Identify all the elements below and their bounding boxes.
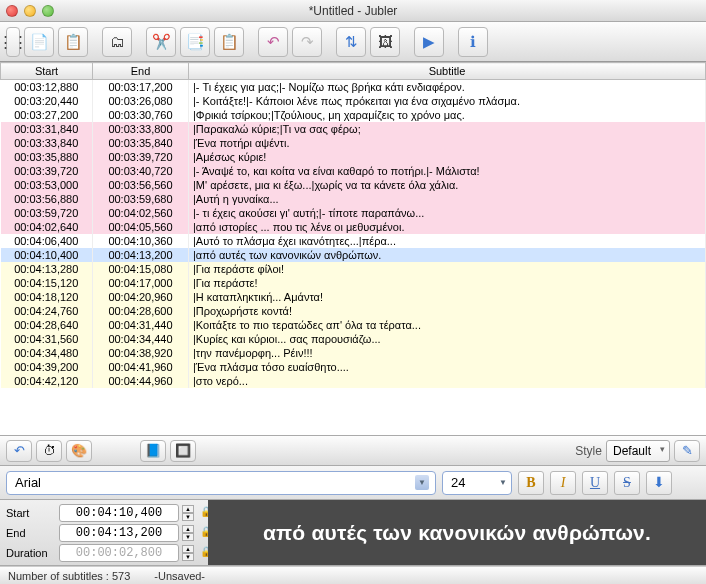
font-family-select[interactable]: Arial [6, 471, 436, 495]
cell-subtitle: |Μ' αρέσετε, μια κι έξω...|χωρίς να τα κ… [189, 178, 706, 192]
new-button[interactable]: 📄 [24, 27, 54, 57]
table-row[interactable]: 00:03:56,88000:03:59,680|Αυτή η γυναίκα.… [1, 192, 706, 206]
cell-start: 00:04:39,200 [1, 360, 93, 374]
table-row[interactable]: 00:03:27,20000:03:30,760|Φρικιά τσίρκου;… [1, 108, 706, 122]
duration-label: Duration [6, 547, 56, 559]
info-button[interactable]: ℹ [458, 27, 488, 57]
grid-button[interactable]: 🔲 [170, 440, 196, 462]
status-count: Number of subtitles : 573 [8, 570, 130, 582]
preview-button[interactable]: 🖼 [370, 27, 400, 57]
cell-start: 00:04:31,560 [1, 332, 93, 346]
cell-start: 00:04:10,400 [1, 248, 93, 262]
table-row[interactable]: 00:04:31,56000:04:34,440|Κυρίες και κύρι… [1, 332, 706, 346]
table-row[interactable]: 00:04:02,64000:04:05,560|από ιστορίες ..… [1, 220, 706, 234]
cell-start: 00:03:59,720 [1, 206, 93, 220]
cell-start: 00:03:12,880 [1, 80, 93, 95]
cell-start: 00:03:35,880 [1, 150, 93, 164]
subtitle-table-wrap[interactable]: Start End Subtitle 00:03:12,88000:03:17,… [0, 62, 706, 436]
paste-button[interactable]: 📋 [214, 27, 244, 57]
strike-button[interactable]: S [614, 471, 640, 495]
play-button[interactable]: ▶ [414, 27, 444, 57]
table-row[interactable]: 00:04:24,76000:04:28,600|Προχωρήστε κοντ… [1, 304, 706, 318]
redo-button[interactable]: ↷ [292, 27, 322, 57]
cell-start: 00:03:33,840 [1, 136, 93, 150]
undo-button[interactable]: ↶ [258, 27, 288, 57]
start-spinner[interactable]: ▲▼ [182, 505, 194, 521]
end-label: End [6, 527, 56, 539]
table-row[interactable]: 00:04:13,28000:04:15,080|Για περάστε φίλ… [1, 262, 706, 276]
cell-subtitle: |Αυτή η γυναίκα... [189, 192, 706, 206]
edit-style-button[interactable]: ✎ [674, 440, 700, 462]
cell-start: 00:03:53,000 [1, 178, 93, 192]
table-row[interactable]: 00:03:31,84000:03:33,800|Παρακαλώ κύριε;… [1, 122, 706, 136]
cell-end: 00:04:41,960 [93, 360, 189, 374]
subtitle-table: Start End Subtitle 00:03:12,88000:03:17,… [0, 62, 706, 388]
sort-button[interactable]: ⇅ [336, 27, 366, 57]
cell-end: 00:03:59,680 [93, 192, 189, 206]
grip-icon: ⋮⋮ [6, 27, 20, 57]
child-button[interactable]: 📋 [58, 27, 88, 57]
start-field[interactable]: 00:04:10,400 [59, 504, 179, 522]
end-spinner[interactable]: ▲▼ [182, 525, 194, 541]
cell-subtitle: |Κοιτάξτε το πιο τερατώδες απ' όλα τα τέ… [189, 318, 706, 332]
col-start[interactable]: Start [1, 63, 93, 80]
cell-start: 00:04:06,400 [1, 234, 93, 248]
back-button[interactable]: ↶ [6, 440, 32, 462]
copy-button[interactable]: 📑 [180, 27, 210, 57]
cell-start: 00:04:42,120 [1, 374, 93, 388]
cell-start: 00:03:20,440 [1, 94, 93, 108]
titlebar: *Untitled - Jubler [0, 0, 706, 22]
table-row[interactable]: 00:04:06,40000:04:10,360|Αυτό το πλάσμα … [1, 234, 706, 248]
table-row[interactable]: 00:04:42,12000:04:44,960|στο νερό... [1, 374, 706, 388]
cell-end: 00:03:26,080 [93, 94, 189, 108]
cell-subtitle: |από ιστορίες ... που τις λένε οι μεθυσμ… [189, 220, 706, 234]
col-end[interactable]: End [93, 63, 189, 80]
table-row[interactable]: 00:04:28,64000:04:31,440|Κοιτάξτε το πιο… [1, 318, 706, 332]
italic-button[interactable]: I [550, 471, 576, 495]
underline-button[interactable]: U [582, 471, 608, 495]
duration-spinner[interactable]: ▲▼ [182, 545, 194, 561]
table-row[interactable]: 00:03:20,44000:03:26,080|- Κοιτάξτε!|- Κ… [1, 94, 706, 108]
cell-end: 00:04:13,200 [93, 248, 189, 262]
table-row[interactable]: 00:04:34,48000:04:38,920|την πανέμορφη..… [1, 346, 706, 360]
cell-end: 00:04:38,920 [93, 346, 189, 360]
bold-button[interactable]: B [518, 471, 544, 495]
table-row[interactable]: 00:03:53,00000:03:56,560|Μ' αρέσετε, μια… [1, 178, 706, 192]
subtitle-preview: από αυτές των κανονικών ανθρώπων. [208, 500, 706, 565]
duration-field[interactable]: 00:00:02,800 [59, 544, 179, 562]
cell-subtitle: |Κυρίες και κύριοι... σας παρουσιάζω... [189, 332, 706, 346]
cell-subtitle: |Παρακαλώ κύριε;|Τι να σας φέρω; [189, 122, 706, 136]
start-label: Start [6, 507, 56, 519]
cell-start: 00:03:39,720 [1, 164, 93, 178]
font-size-select[interactable]: 24 [442, 471, 512, 495]
cell-end: 00:04:02,560 [93, 206, 189, 220]
download-button[interactable]: ⬇ [646, 471, 672, 495]
time-tool-button[interactable]: ⏱ [36, 440, 62, 462]
col-subtitle[interactable]: Subtitle [189, 63, 706, 80]
cell-end: 00:04:28,600 [93, 304, 189, 318]
cell-start: 00:04:34,480 [1, 346, 93, 360]
cell-subtitle: |Ένα πλάσμα τόσο ευαίσθητο.... [189, 360, 706, 374]
cell-start: 00:04:18,120 [1, 290, 93, 304]
palette-button[interactable]: 🎨 [66, 440, 92, 462]
table-row[interactable]: 00:03:33,84000:03:35,840|Ένα ποτήρι αψέν… [1, 136, 706, 150]
table-row[interactable]: 00:03:59,72000:04:02,560|- τι έχεις ακού… [1, 206, 706, 220]
reparent-button[interactable]: 🗂 [102, 27, 132, 57]
status-bar: Number of subtitles : 573 -Unsaved- [0, 566, 706, 584]
table-row[interactable]: 00:03:39,72000:03:40,720|- Άναψέ το, και… [1, 164, 706, 178]
table-row[interactable]: 00:04:18,12000:04:20,960|Η καταπληκτική.… [1, 290, 706, 304]
style-select[interactable]: Default [606, 440, 670, 462]
table-row[interactable]: 00:04:10,40000:04:13,200|από αυτές των κ… [1, 248, 706, 262]
table-row[interactable]: 00:04:15,12000:04:17,000|Για περάστε! [1, 276, 706, 290]
end-field[interactable]: 00:04:13,200 [59, 524, 179, 542]
table-row[interactable]: 00:03:12,88000:03:17,200|- Τι έχεις για … [1, 80, 706, 95]
cell-end: 00:03:30,760 [93, 108, 189, 122]
cell-subtitle: |Για περάστε φίλοι! [189, 262, 706, 276]
bookmark-button[interactable]: 📘 [140, 440, 166, 462]
cut-button[interactable]: ✂️ [146, 27, 176, 57]
cell-subtitle: |- Άναψέ το, και κοίτα να είναι καθαρό τ… [189, 164, 706, 178]
cell-end: 00:03:56,560 [93, 178, 189, 192]
main-toolbar: ⋮⋮ 📄 📋 🗂 ✂️ 📑 📋 ↶ ↷ ⇅ 🖼 ▶ ℹ [0, 22, 706, 62]
table-row[interactable]: 00:03:35,88000:03:39,720|Αμέσως κύριε! [1, 150, 706, 164]
table-row[interactable]: 00:04:39,20000:04:41,960|Ένα πλάσμα τόσο… [1, 360, 706, 374]
